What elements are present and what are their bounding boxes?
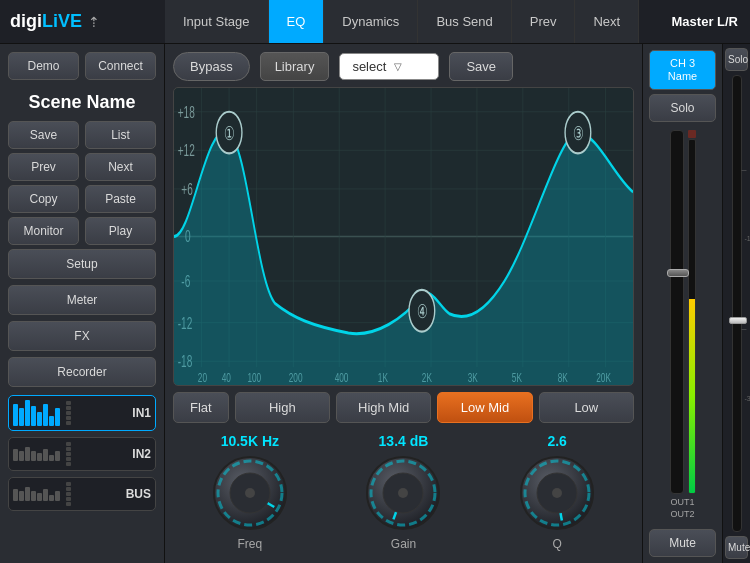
tab-master-lr[interactable]: Master L/R [660,0,750,43]
in1-dots [66,401,71,425]
svg-text:①: ① [224,122,234,144]
dot2 [66,447,71,451]
channel-in2[interactable]: IN2 [8,437,156,471]
left-panel: Demo Connect Scene Name Save List Prev N… [0,44,165,563]
meter-button[interactable]: Meter [8,285,156,315]
meter-red [688,130,696,138]
save-list-row: Save List [8,121,156,149]
master-mute-button[interactable]: Mute [725,536,748,559]
copy-paste-row: Copy Paste [8,185,156,213]
bar5 [37,493,42,501]
dot1 [66,401,71,405]
gain-knob-svg[interactable] [363,453,443,533]
q-knob-control: 2.6 Q [517,433,597,551]
bus-fader-mini [13,487,60,501]
bypass-button[interactable]: Bypass [173,52,250,81]
in2-label: IN2 [132,447,151,461]
tab-next[interactable]: Next [575,0,639,43]
q-label: Q [552,537,561,551]
in1-fader-mini [13,400,60,426]
bar6 [43,489,48,501]
save-button[interactable]: Save [8,121,79,149]
setup-button[interactable]: Setup [8,249,156,279]
dot4 [66,457,71,461]
eq-top-row: Bypass Library select ▽ Save [173,52,634,81]
master-panel: Solo ─ -10 ─ -30 Mute [722,44,750,563]
bus-label: BUS [126,487,151,501]
main-layout: Demo Connect Scene Name Save List Prev N… [0,44,750,563]
tab-input-stage[interactable]: Input Stage [165,0,269,43]
q-knob[interactable] [517,453,597,533]
low-band-button[interactable]: Low [539,392,634,423]
app-logo: digiLiVE [10,11,82,32]
ch3-name-button[interactable]: CH 3 Name [649,50,716,90]
freq-knob-svg[interactable] [210,453,290,533]
gain-label: Gain [391,537,416,551]
meter-fill [689,299,695,493]
svg-point-53 [552,488,562,498]
top-nav-tabs: Input Stage EQ Dynamics Bus Send Prev Ne… [165,0,660,43]
freq-value: 10.5K Hz [221,433,279,449]
next-button[interactable]: Next [85,153,156,181]
dot4 [66,416,71,420]
low-mid-band-button[interactable]: Low Mid [437,392,532,423]
mute-button[interactable]: Mute [649,529,716,557]
prev-button[interactable]: Prev [8,153,79,181]
in2-dots [66,442,71,466]
bar2 [19,451,24,461]
tab-prev[interactable]: Prev [512,0,576,43]
wifi-icon: ⇡ [88,14,100,30]
master-fader-track[interactable]: ─ -10 ─ -30 [732,75,742,532]
gain-knob-control: 13.4 dB Gain [363,433,443,551]
gain-knob[interactable] [363,453,443,533]
channel-bus[interactable]: BUS [8,477,156,511]
master-fader-handle[interactable] [729,317,747,324]
high-band-button[interactable]: High [235,392,330,423]
in1-label: IN1 [132,406,151,420]
svg-text:③: ③ [573,122,583,144]
chevron-down-icon: ▽ [394,61,402,72]
bar3 [25,487,30,501]
bar2 [19,408,24,426]
connect-button[interactable]: Connect [85,52,156,80]
svg-text:+6: +6 [181,180,193,198]
meter-bar [688,139,696,493]
tab-dynamics[interactable]: Dynamics [324,0,418,43]
bar1 [13,404,18,426]
q-knob-svg[interactable] [517,453,597,533]
dot3 [66,452,71,456]
library-button[interactable]: Library [260,52,330,81]
tick-mark: ─ [742,326,747,333]
solo-button[interactable]: Solo [649,94,716,122]
dot5 [66,462,71,466]
eq-svg: +18 +12 +6 0 -6 -12 -18 20 40 100 200 40… [174,88,633,385]
gain-value: 13.4 dB [379,433,429,449]
bar6 [43,404,48,426]
prev-next-row: Prev Next [8,153,156,181]
list-button[interactable]: List [85,121,156,149]
svg-point-43 [245,488,255,498]
band-buttons: Flat High High Mid Low Mid Low [173,392,634,423]
bar4 [31,491,36,501]
fx-button[interactable]: FX [8,321,156,351]
high-mid-band-button[interactable]: High Mid [336,392,431,423]
demo-button[interactable]: Demo [8,52,79,80]
copy-button[interactable]: Copy [8,185,79,213]
paste-button[interactable]: Paste [85,185,156,213]
right-fader-track[interactable] [670,130,684,493]
eq-save-button[interactable]: Save [449,52,513,81]
scene-name: Scene Name [8,84,156,117]
recorder-button[interactable]: Recorder [8,357,156,387]
tab-bus-send[interactable]: Bus Send [418,0,511,43]
channel-in1[interactable]: IN1 [8,395,156,431]
bar5 [37,412,42,426]
out-labels: OUT1 OUT2 [670,496,694,521]
select-dropdown[interactable]: select ▽ [339,53,439,80]
monitor-button[interactable]: Monitor [8,217,79,245]
flat-button[interactable]: Flat [173,392,229,423]
tab-eq[interactable]: EQ [269,0,325,43]
master-solo-button[interactable]: Solo [725,48,748,71]
freq-knob[interactable] [210,453,290,533]
play-button[interactable]: Play [85,217,156,245]
right-fader-handle[interactable] [667,269,689,277]
